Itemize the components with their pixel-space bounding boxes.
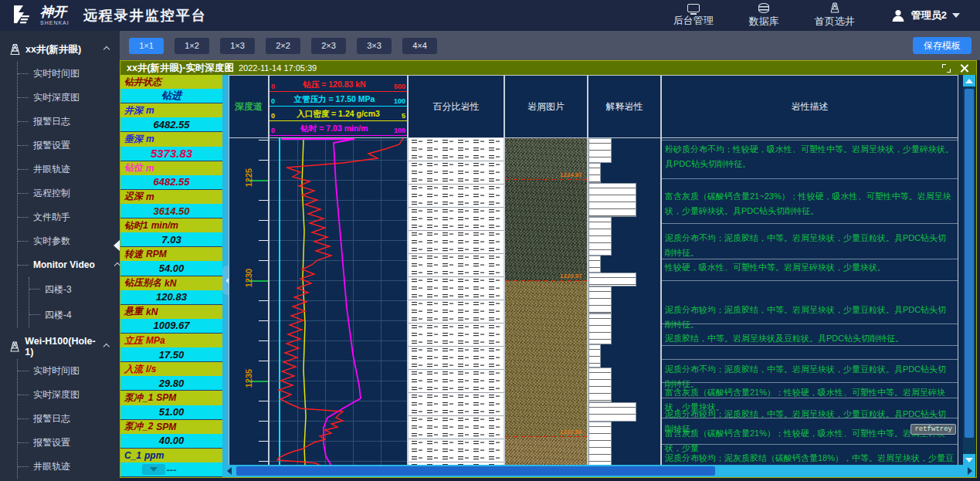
chevron-up-icon	[103, 344, 110, 350]
realtime-depth-chart-widget: xx井(新井眼)-实时深度图 2022-11-14 17:05:39 钻井状态钻…	[120, 60, 977, 478]
user-menu[interactable]: 管理员2	[890, 8, 960, 23]
sidebar-item-报警设置[interactable]: 报警设置	[18, 134, 120, 158]
parameter-label: 井深m	[120, 103, 222, 117]
nav-backend-admin[interactable]: 后台管理	[673, 4, 714, 28]
layout-button-3x3[interactable]: 3×3	[357, 38, 392, 54]
sidebar-item-四楼-4[interactable]: 四楼-4	[29, 303, 120, 328]
chevron-up-icon	[103, 46, 110, 53]
param-name: 转速	[124, 248, 143, 261]
param-unit: MPa	[146, 335, 165, 346]
sidebar-item-四楼-3[interactable]: 四楼-3	[29, 277, 120, 303]
legend-row-钻压: 0钻压 = 120.83 kN500	[270, 77, 407, 92]
scale-max: 5	[402, 112, 405, 120]
layout-button-1x1[interactable]: 1×1	[129, 38, 164, 54]
param-value-text: 7.03	[161, 234, 181, 246]
layout-toolbar: 1×11×21×32×22×33×34×4 保存模板	[120, 31, 980, 60]
interpreted-lithology-track	[588, 138, 661, 466]
monitor-icon	[687, 4, 700, 12]
sidebar-item-远程控制[interactable]: 远程控制	[18, 181, 120, 205]
vertical-scrollbar[interactable]	[963, 75, 975, 466]
parameter-cell: 井深m6482.55	[120, 103, 222, 132]
photo-segment	[505, 437, 587, 466]
sidebar-item-报警设置[interactable]: 报警设置	[18, 431, 120, 455]
close-icon[interactable]	[960, 64, 968, 73]
application-window: 神开 SHENKAI 远程录井监控平台 后台管理 数据库 首页选井	[0, 0, 980, 481]
horizontal-scroll-thumb[interactable]	[236, 466, 715, 476]
column-header-lithology-percent: 百分比岩性	[408, 75, 504, 138]
param-value-text: 3614.50	[154, 205, 190, 217]
scroll-down-button[interactable]	[963, 454, 975, 466]
nav-home-well-select[interactable]: 首页选井	[815, 2, 855, 29]
depth-label: 1235	[244, 365, 253, 391]
column-header-cuttings-photo: 岩屑图片	[504, 75, 588, 138]
param-name: 钻井状态	[124, 76, 161, 89]
lithology-percent-track	[408, 138, 504, 466]
sidebar-item-实时深度图[interactable]: 实时深度图	[18, 383, 120, 407]
layout-button-1x3[interactable]: 1×3	[220, 38, 255, 54]
sidebar-item-文件助手[interactable]: 文件助手	[18, 205, 120, 229]
sidebar-well-0[interactable]: xx井(新井眼)	[0, 37, 120, 62]
interpreted-segment	[588, 368, 612, 402]
param-name: 钻压别名	[124, 276, 161, 290]
sidebar-item-实时时间图[interactable]: 实时时间图	[18, 359, 120, 383]
param-unit: RPM	[146, 249, 167, 259]
sidebar-item-井眼轨迹[interactable]: 井眼轨迹	[18, 158, 120, 181]
sidebar-well-1[interactable]: Wei-H100(Hole-1)	[0, 334, 120, 359]
scroll-up-button[interactable]	[963, 75, 975, 86]
param-value-text: 5373.83	[151, 147, 192, 160]
parameter-cell: 泵冲_2SPM40.00	[120, 420, 222, 449]
param-unit: SPM	[156, 392, 176, 403]
scale-max: 100	[394, 97, 405, 105]
depth-label: 1230	[244, 265, 253, 291]
sidebar-item-报警日志[interactable]: 报警日志	[18, 407, 120, 431]
lithology-pattern	[409, 138, 504, 466]
param-unit: m	[146, 191, 154, 202]
depth-track-header: 深度道	[229, 75, 269, 138]
logo-subtext: SHENKAI	[40, 20, 70, 25]
nav-label: 首页选井	[815, 15, 855, 29]
nav-database[interactable]: 数据库	[749, 3, 779, 29]
shenkai-logo-icon	[11, 5, 34, 26]
user-name: 管理员2	[911, 8, 947, 22]
scroll-right-button[interactable]	[964, 465, 975, 477]
sidebar-item-实时时间图[interactable]: 实时时间图	[18, 62, 120, 86]
layout-button-1x2[interactable]: 1×2	[175, 38, 209, 54]
photo-depth-label: 1224.97	[560, 171, 582, 178]
parameter-label: 入流l/s	[120, 362, 222, 376]
parameter-value: 5373.83	[120, 147, 222, 161]
save-template-button[interactable]: 保存模板	[913, 37, 972, 54]
param-value-text: 51.00	[159, 406, 185, 418]
layout-button-2x3[interactable]: 2×3	[311, 38, 346, 54]
sidebar-item-井眼轨迹[interactable]: 井眼轨迹	[18, 455, 120, 479]
vertical-scroll-thumb[interactable]	[965, 89, 974, 438]
param-unit: m	[146, 163, 154, 174]
param-value-text: 1009.67	[154, 320, 190, 331]
sidebar-item-实时参数[interactable]: 实时参数	[18, 229, 120, 253]
depth-minor-tick	[259, 461, 268, 462]
depth-minor-tick	[259, 200, 268, 201]
app-header: 神开 SHENKAI 远程录井监控平台 后台管理 数据库 首页选井	[0, 0, 980, 31]
curve-plot	[270, 138, 408, 466]
param-unit: min/m	[151, 220, 178, 231]
curve-钻时	[281, 139, 361, 466]
sidebar-item-monitor-video[interactable]: Monitor Video	[18, 253, 120, 277]
group-label: Monitor Video	[33, 259, 95, 270]
lithology-description-text: 泥质分布不均；泥质胶结，中等。岩屑呈块状，少量豆粒状。具PDC钻头切削特征。	[665, 231, 955, 261]
layout-button-4x4[interactable]: 4×4	[402, 38, 437, 54]
param-value-text: 29.80	[159, 378, 185, 389]
well-group: Wei-H100(Hole-1)实时时间图实时深度图报警日志报警设置井眼轨迹	[0, 328, 120, 479]
parameter-label: 钻时1min/m	[120, 218, 222, 232]
c1-dropdown-button[interactable]	[142, 464, 165, 475]
scroll-left-button[interactable]	[223, 465, 235, 477]
parameter-cell: 泵冲_1SPM51.00	[120, 391, 222, 419]
photo-depth-label: 1229.97	[560, 273, 582, 279]
scale-max: 100	[394, 127, 405, 134]
parameter-value: 120.83	[120, 290, 222, 304]
sidebar-item-报警日志[interactable]: 报警日志	[18, 110, 120, 134]
fullscreen-icon[interactable]	[942, 64, 951, 73]
horizontal-scrollbar[interactable]	[223, 465, 975, 477]
param-name: 泵冲_2	[124, 420, 153, 433]
layout-button-2x2[interactable]: 2×2	[266, 38, 300, 54]
depth-minor-tick	[259, 441, 268, 442]
sidebar-item-实时深度图[interactable]: 实时深度图	[18, 86, 120, 110]
